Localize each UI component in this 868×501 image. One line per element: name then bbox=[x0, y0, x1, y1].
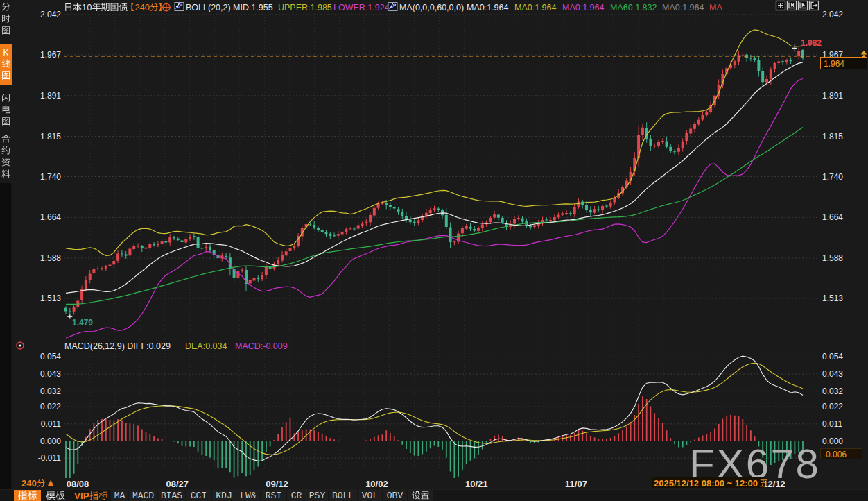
svg-text:1.740: 1.740 bbox=[822, 172, 843, 182]
svg-text:MA0:1.964: MA0:1.964 bbox=[662, 3, 704, 12]
svg-text:LOWER:1.924: LOWER:1.924 bbox=[333, 3, 390, 12]
svg-text:0.000: 0.000 bbox=[822, 436, 843, 446]
svg-text:1.982: 1.982 bbox=[801, 38, 822, 48]
svg-text:MA0:1.964: MA0:1.964 bbox=[514, 3, 557, 12]
svg-text:MACD(26,12,9) DIFF:0.029: MACD(26,12,9) DIFF:0.029 bbox=[64, 341, 171, 351]
svg-text:1.513: 1.513 bbox=[40, 294, 61, 303]
svg-text:0.054: 0.054 bbox=[40, 352, 61, 362]
svg-text:0.000: 0.000 bbox=[40, 436, 61, 446]
svg-text:MA0:1.964: MA0:1.964 bbox=[562, 3, 605, 12]
svg-text:CR: CR bbox=[291, 491, 302, 501]
svg-text:10: 10 bbox=[82, 2, 92, 12]
svg-text:09/12: 09/12 bbox=[266, 479, 288, 489]
svg-text:10/02: 10/02 bbox=[365, 479, 388, 489]
svg-text:1.815: 1.815 bbox=[822, 132, 843, 142]
svg-text:BOLL: BOLL bbox=[332, 491, 354, 501]
svg-text:2.042: 2.042 bbox=[40, 10, 61, 19]
svg-text:11/07: 11/07 bbox=[565, 479, 587, 489]
svg-text:BOLL(20,2): BOLL(20,2) bbox=[186, 3, 231, 12]
svg-text:1.891: 1.891 bbox=[822, 91, 843, 101]
svg-text:1.967: 1.967 bbox=[40, 50, 61, 60]
svg-text:1.964: 1.964 bbox=[824, 59, 844, 69]
svg-text:DEA:0.034: DEA:0.034 bbox=[185, 341, 227, 351]
svg-text:MACD:-0.009: MACD:-0.009 bbox=[235, 341, 288, 351]
svg-text:240: 240 bbox=[21, 478, 37, 489]
svg-text:0.011: 0.011 bbox=[41, 419, 61, 429]
svg-text:0.011: 0.011 bbox=[822, 419, 842, 429]
svg-text:1.815: 1.815 bbox=[40, 132, 61, 142]
svg-text:1.513: 1.513 bbox=[822, 294, 843, 303]
svg-text:MID:1.955: MID:1.955 bbox=[233, 3, 273, 12]
svg-text:LW&: LW& bbox=[240, 491, 257, 501]
svg-text:0.032: 0.032 bbox=[822, 387, 843, 396]
svg-text:0.022: 0.022 bbox=[40, 402, 61, 411]
svg-text:VIP: VIP bbox=[74, 491, 89, 501]
svg-text:0.043: 0.043 bbox=[40, 369, 61, 379]
svg-text:-0.011: -0.011 bbox=[38, 453, 61, 463]
svg-text:K: K bbox=[3, 48, 8, 58]
svg-text:RSI: RSI bbox=[266, 491, 281, 501]
svg-text:VOL: VOL bbox=[362, 491, 378, 501]
svg-text:1.588: 1.588 bbox=[822, 253, 843, 263]
svg-text:MA: MA bbox=[709, 3, 722, 12]
svg-text:1.588: 1.588 bbox=[40, 253, 61, 263]
svg-text:MA: MA bbox=[114, 491, 125, 501]
svg-text:08/27: 08/27 bbox=[166, 479, 189, 489]
svg-text:MA60:1.832: MA60:1.832 bbox=[610, 3, 657, 12]
svg-text:0.022: 0.022 bbox=[822, 402, 843, 411]
svg-text:0.054: 0.054 bbox=[822, 352, 843, 362]
svg-text:1.664: 1.664 bbox=[40, 212, 61, 222]
svg-text:MACD: MACD bbox=[132, 491, 154, 501]
svg-text:MA0:1.964: MA0:1.964 bbox=[467, 3, 509, 12]
svg-text:MA(0,0,0,60,0,0): MA(0,0,0,60,0,0) bbox=[399, 3, 464, 12]
svg-text:0.043: 0.043 bbox=[822, 369, 843, 379]
svg-text:2.042: 2.042 bbox=[822, 10, 843, 19]
svg-text:PSY: PSY bbox=[309, 491, 326, 501]
svg-text:240: 240 bbox=[134, 2, 150, 12]
svg-text:1.891: 1.891 bbox=[40, 91, 61, 101]
svg-text:CCI: CCI bbox=[191, 491, 207, 501]
svg-text:UPPER:1.985: UPPER:1.985 bbox=[278, 3, 332, 12]
svg-text:-0.006: -0.006 bbox=[823, 450, 847, 459]
svg-text:0.032: 0.032 bbox=[40, 387, 61, 396]
svg-text:08/08: 08/08 bbox=[67, 479, 89, 489]
svg-text:1.740: 1.740 bbox=[40, 172, 61, 182]
svg-text:KDJ: KDJ bbox=[216, 491, 232, 501]
svg-text:1.479: 1.479 bbox=[72, 318, 93, 328]
svg-text:BIAS: BIAS bbox=[161, 491, 182, 501]
svg-text:OBV: OBV bbox=[387, 491, 403, 501]
svg-text:2025/12/12 08:00 ~ 12:00: 2025/12/12 08:00 ~ 12:00 bbox=[654, 478, 758, 489]
svg-text:10/21: 10/21 bbox=[465, 479, 488, 489]
svg-text:1.664: 1.664 bbox=[822, 212, 843, 222]
